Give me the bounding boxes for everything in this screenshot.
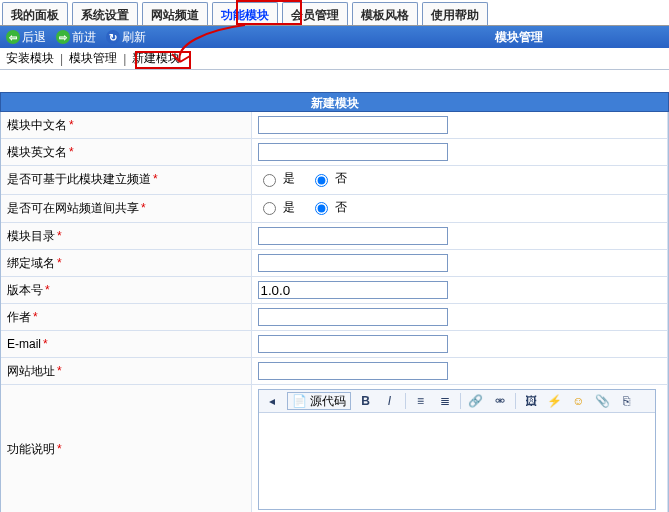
form-title: 新建模块: [0, 92, 669, 112]
navbar: ⇦ 后退 ⇨ 前进 ↻ 刷新 模块管理: [0, 26, 669, 48]
label-module-directory: 模块目录: [7, 229, 55, 243]
separator: |: [123, 52, 126, 66]
subtabs: 安装模块 | 模块管理 | 新建模块: [0, 48, 669, 70]
emoji-button[interactable]: ☺: [570, 392, 588, 410]
arrow-left-icon: ⇦: [6, 30, 20, 44]
tab-feature-modules[interactable]: 功能模块: [212, 2, 278, 25]
label-shared-channels: 是否可在网站频道间共享: [7, 201, 139, 215]
document-icon: 📄: [292, 394, 307, 408]
numbered-list-button[interactable]: ≡: [412, 392, 430, 410]
module-directory-input[interactable]: [258, 227, 448, 245]
label-description: 功能说明: [7, 442, 55, 456]
module-en-name-input[interactable]: [258, 143, 448, 161]
source-code-label: 源代码: [310, 393, 346, 410]
label-author: 作者: [7, 310, 31, 324]
label-module-cn-name: 模块中文名: [7, 118, 67, 132]
bold-button[interactable]: B: [357, 392, 375, 410]
tab-member-management[interactable]: 会员管理: [282, 2, 348, 25]
required-star: *: [153, 172, 158, 186]
required-star: *: [43, 337, 48, 351]
channel-based-no-radio[interactable]: [315, 174, 328, 187]
author-input[interactable]: [258, 308, 448, 326]
nav-refresh-label: 刷新: [122, 29, 146, 46]
radio-yes-label: 是: [283, 170, 295, 187]
tab-my-panel[interactable]: 我的面板: [2, 2, 68, 25]
required-star: *: [33, 310, 38, 324]
required-star: *: [69, 118, 74, 132]
radio-yes-label: 是: [283, 199, 295, 216]
website-input[interactable]: [258, 362, 448, 380]
tab-template-style[interactable]: 模板风格: [352, 2, 418, 25]
shared-channels-yes-radio[interactable]: [263, 202, 276, 215]
nav-forward-button[interactable]: ⇨ 前进: [56, 29, 96, 46]
new-module-form: 模块中文名* 模块英文名* 是否可基于此模块建立频道* 是 否 是否可在网站频道…: [0, 112, 669, 512]
top-tabs: 我的面板 系统设置 网站频道 功能模块 会员管理 模板风格 使用帮助: [0, 0, 669, 26]
label-module-en-name: 模块英文名: [7, 145, 67, 159]
required-star: *: [57, 442, 62, 456]
toolbar-divider: [515, 393, 516, 409]
radio-no-label: 否: [335, 170, 347, 187]
required-star: *: [141, 201, 146, 215]
collapse-button[interactable]: ◂: [263, 392, 281, 410]
label-bind-domain: 绑定域名: [7, 256, 55, 270]
nav-forward-label: 前进: [72, 29, 96, 46]
toolbar-divider: [460, 393, 461, 409]
tab-system-settings[interactable]: 系统设置: [72, 2, 138, 25]
version-input[interactable]: [258, 281, 448, 299]
separator: |: [60, 52, 63, 66]
editor-textarea[interactable]: [259, 413, 655, 509]
unlink-button[interactable]: ⚮: [491, 392, 509, 410]
tab-help[interactable]: 使用帮助: [422, 2, 488, 25]
required-star: *: [45, 283, 50, 297]
channel-based-yes-radio[interactable]: [263, 174, 276, 187]
required-star: *: [57, 364, 62, 378]
nav-refresh-button[interactable]: ↻ 刷新: [106, 29, 146, 46]
attach-button[interactable]: 📎: [594, 392, 612, 410]
image-button[interactable]: 🖼: [522, 392, 540, 410]
nav-back-button[interactable]: ⇦ 后退: [6, 29, 46, 46]
bulleted-list-button[interactable]: ≣: [436, 392, 454, 410]
module-cn-name-input[interactable]: [258, 116, 448, 134]
label-website: 网站地址: [7, 364, 55, 378]
arrow-right-icon: ⇨: [56, 30, 70, 44]
italic-button[interactable]: I: [381, 392, 399, 410]
email-input[interactable]: [258, 335, 448, 353]
rich-text-editor: ◂ 📄 源代码 B I ≡ ≣ 🔗 ⚮ 🖼 ⚡ ☺: [258, 389, 656, 510]
label-email: E-mail: [7, 337, 41, 351]
subtab-install-module[interactable]: 安装模块: [6, 50, 54, 67]
navbar-title: 模块管理: [495, 29, 663, 46]
required-star: *: [69, 145, 74, 159]
required-star: *: [57, 256, 62, 270]
source-code-button[interactable]: 📄 源代码: [287, 392, 351, 410]
subtab-module-management[interactable]: 模块管理: [69, 50, 117, 67]
label-version: 版本号: [7, 283, 43, 297]
page-break-button[interactable]: ⎘: [618, 392, 636, 410]
editor-toolbar: ◂ 📄 源代码 B I ≡ ≣ 🔗 ⚮ 🖼 ⚡ ☺: [259, 390, 655, 413]
label-channel-based: 是否可基于此模块建立频道: [7, 172, 151, 186]
nav-back-label: 后退: [22, 29, 46, 46]
bind-domain-input[interactable]: [258, 254, 448, 272]
radio-no-label: 否: [335, 199, 347, 216]
flash-button[interactable]: ⚡: [546, 392, 564, 410]
required-star: *: [57, 229, 62, 243]
refresh-icon: ↻: [106, 30, 120, 44]
tab-site-channels[interactable]: 网站频道: [142, 2, 208, 25]
subtab-new-module[interactable]: 新建模块: [132, 50, 180, 67]
link-button[interactable]: 🔗: [467, 392, 485, 410]
toolbar-divider: [405, 393, 406, 409]
shared-channels-no-radio[interactable]: [315, 202, 328, 215]
